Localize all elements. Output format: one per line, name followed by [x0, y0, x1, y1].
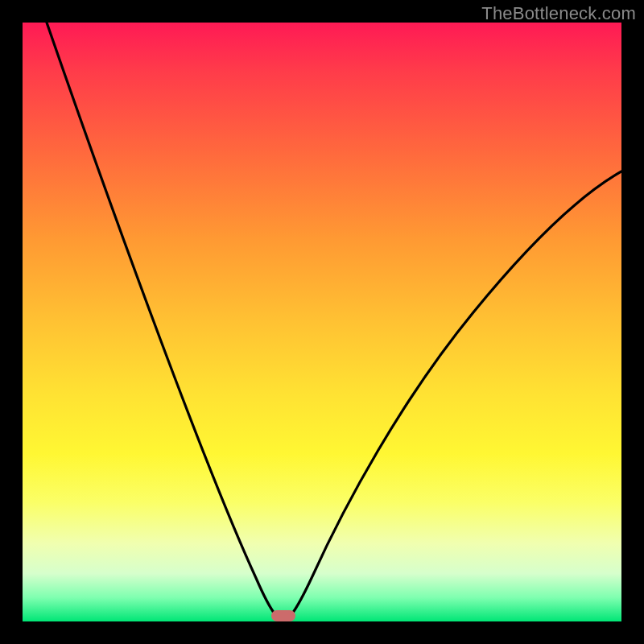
curve-left-branch — [47, 23, 280, 620]
bottleneck-curve — [23, 23, 621, 621]
chart-frame: TheBottleneck.com — [0, 0, 644, 644]
plot-area — [23, 23, 621, 621]
optimal-marker — [271, 610, 295, 621]
curve-right-branch — [287, 171, 621, 620]
watermark-text: TheBottleneck.com — [481, 3, 636, 24]
